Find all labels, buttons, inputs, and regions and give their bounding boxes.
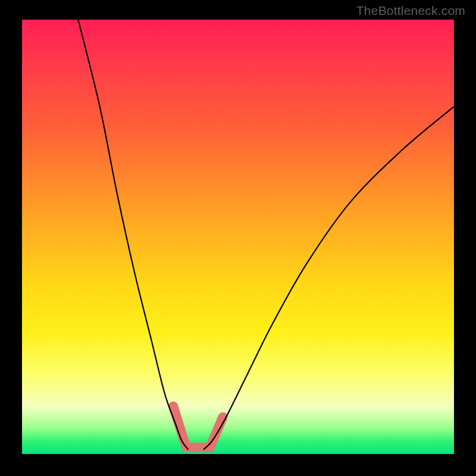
plot-area bbox=[22, 20, 454, 454]
curve-layer bbox=[22, 20, 454, 454]
curve-left-branch bbox=[78, 20, 188, 450]
chart-frame: TheBottleneck.com bbox=[0, 0, 476, 476]
valley-marker bbox=[173, 406, 223, 447]
curve-right-branch bbox=[203, 107, 454, 450]
watermark-text: TheBottleneck.com bbox=[356, 4, 465, 18]
